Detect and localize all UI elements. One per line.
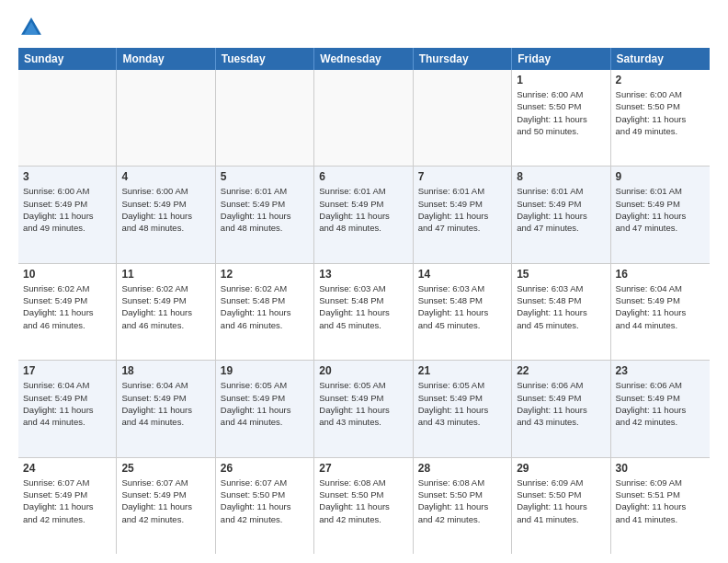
- calendar-cell-5-7: 30Sunrise: 6:09 AM Sunset: 5:51 PM Dayli…: [611, 458, 710, 554]
- day-number: 5: [221, 170, 309, 183]
- day-info: Sunrise: 6:00 AM Sunset: 5:50 PM Dayligh…: [616, 88, 705, 137]
- day-number: 19: [221, 364, 309, 377]
- day-info: Sunrise: 6:04 AM Sunset: 5:49 PM Dayligh…: [616, 282, 705, 331]
- day-info: Sunrise: 6:03 AM Sunset: 5:48 PM Dayligh…: [418, 282, 506, 331]
- day-number: 22: [517, 364, 605, 377]
- day-number: 30: [616, 462, 705, 475]
- calendar-cell-1-6: 1Sunrise: 6:00 AM Sunset: 5:50 PM Daylig…: [512, 70, 610, 166]
- day-number: 2: [616, 74, 705, 86]
- day-info: Sunrise: 6:01 AM Sunset: 5:49 PM Dayligh…: [221, 185, 309, 234]
- calendar-cell-2-4: 6Sunrise: 6:01 AM Sunset: 5:49 PM Daylig…: [314, 167, 413, 262]
- calendar-cell-1-7: 2Sunrise: 6:00 AM Sunset: 5:50 PM Daylig…: [611, 70, 710, 166]
- calendar-cell-1-5: [414, 70, 512, 166]
- day-number: 17: [23, 364, 111, 377]
- calendar-cell-4-4: 20Sunrise: 6:05 AM Sunset: 5:49 PM Dayli…: [314, 361, 413, 456]
- calendar-header: SundayMondayTuesdayWednesdayThursdayFrid…: [18, 48, 710, 70]
- day-info: Sunrise: 6:00 AM Sunset: 5:50 PM Dayligh…: [517, 88, 605, 137]
- calendar-week-4: 17Sunrise: 6:04 AM Sunset: 5:49 PM Dayli…: [18, 361, 710, 457]
- calendar-cell-4-1: 17Sunrise: 6:04 AM Sunset: 5:49 PM Dayli…: [18, 361, 117, 456]
- day-info: Sunrise: 6:06 AM Sunset: 5:49 PM Dayligh…: [517, 379, 605, 428]
- day-info: Sunrise: 6:08 AM Sunset: 5:50 PM Dayligh…: [418, 477, 506, 525]
- day-info: Sunrise: 6:08 AM Sunset: 5:50 PM Dayligh…: [319, 477, 407, 525]
- calendar-cell-3-6: 15Sunrise: 6:03 AM Sunset: 5:48 PM Dayli…: [512, 264, 610, 360]
- calendar-body: 1Sunrise: 6:00 AM Sunset: 5:50 PM Daylig…: [18, 70, 710, 554]
- calendar-cell-3-3: 12Sunrise: 6:02 AM Sunset: 5:48 PM Dayli…: [216, 264, 314, 360]
- day-number: 25: [121, 462, 210, 475]
- day-number: 9: [616, 170, 705, 183]
- day-number: 24: [23, 462, 111, 475]
- calendar-cell-5-6: 29Sunrise: 6:09 AM Sunset: 5:50 PM Dayli…: [512, 458, 610, 554]
- day-info: Sunrise: 6:03 AM Sunset: 5:48 PM Dayligh…: [319, 282, 407, 331]
- calendar-cell-5-3: 26Sunrise: 6:07 AM Sunset: 5:50 PM Dayli…: [216, 458, 314, 554]
- header-day-wednesday: Wednesday: [314, 48, 413, 70]
- day-info: Sunrise: 6:01 AM Sunset: 5:49 PM Dayligh…: [319, 185, 407, 234]
- calendar-cell-2-5: 7Sunrise: 6:01 AM Sunset: 5:49 PM Daylig…: [414, 167, 512, 262]
- day-number: 26: [221, 462, 309, 475]
- day-number: 6: [319, 170, 407, 183]
- day-number: 7: [418, 170, 506, 183]
- header-day-monday: Monday: [117, 48, 215, 70]
- day-number: 11: [121, 268, 210, 281]
- calendar-cell-4-6: 22Sunrise: 6:06 AM Sunset: 5:49 PM Dayli…: [512, 361, 610, 456]
- calendar-cell-4-7: 23Sunrise: 6:06 AM Sunset: 5:49 PM Dayli…: [611, 361, 710, 456]
- calendar-cell-3-2: 11Sunrise: 6:02 AM Sunset: 5:49 PM Dayli…: [117, 264, 215, 360]
- day-number: 15: [517, 268, 605, 281]
- day-info: Sunrise: 6:02 AM Sunset: 5:48 PM Dayligh…: [221, 282, 309, 331]
- calendar-cell-1-1: [18, 70, 117, 166]
- day-info: Sunrise: 6:01 AM Sunset: 5:49 PM Dayligh…: [418, 185, 506, 234]
- header-day-sunday: Sunday: [18, 48, 117, 70]
- calendar-cell-5-4: 27Sunrise: 6:08 AM Sunset: 5:50 PM Dayli…: [314, 458, 413, 554]
- calendar-cell-2-3: 5Sunrise: 6:01 AM Sunset: 5:49 PM Daylig…: [216, 167, 314, 262]
- day-info: Sunrise: 6:06 AM Sunset: 5:49 PM Dayligh…: [616, 379, 705, 428]
- calendar-week-3: 10Sunrise: 6:02 AM Sunset: 5:49 PM Dayli…: [18, 264, 710, 361]
- day-info: Sunrise: 6:05 AM Sunset: 5:49 PM Dayligh…: [221, 379, 309, 428]
- calendar-cell-3-4: 13Sunrise: 6:03 AM Sunset: 5:48 PM Dayli…: [314, 264, 413, 360]
- day-info: Sunrise: 6:07 AM Sunset: 5:49 PM Dayligh…: [23, 477, 111, 525]
- day-info: Sunrise: 6:01 AM Sunset: 5:49 PM Dayligh…: [517, 185, 605, 234]
- day-number: 3: [23, 170, 111, 183]
- day-info: Sunrise: 6:09 AM Sunset: 5:50 PM Dayligh…: [517, 477, 605, 525]
- day-info: Sunrise: 6:00 AM Sunset: 5:49 PM Dayligh…: [121, 185, 210, 234]
- day-number: 29: [517, 462, 605, 475]
- day-number: 23: [616, 364, 705, 377]
- day-number: 27: [319, 462, 407, 475]
- day-info: Sunrise: 6:09 AM Sunset: 5:51 PM Dayligh…: [616, 477, 705, 525]
- calendar-cell-5-2: 25Sunrise: 6:07 AM Sunset: 5:49 PM Dayli…: [117, 458, 215, 554]
- day-info: Sunrise: 6:07 AM Sunset: 5:49 PM Dayligh…: [121, 477, 210, 525]
- day-info: Sunrise: 6:02 AM Sunset: 5:49 PM Dayligh…: [121, 282, 210, 331]
- calendar-week-2: 3Sunrise: 6:00 AM Sunset: 5:49 PM Daylig…: [18, 167, 710, 263]
- day-number: 8: [517, 170, 605, 183]
- day-info: Sunrise: 6:04 AM Sunset: 5:49 PM Dayligh…: [121, 379, 210, 428]
- calendar-week-1: 1Sunrise: 6:00 AM Sunset: 5:50 PM Daylig…: [18, 70, 710, 167]
- calendar-cell-5-5: 28Sunrise: 6:08 AM Sunset: 5:50 PM Dayli…: [414, 458, 512, 554]
- calendar-cell-3-5: 14Sunrise: 6:03 AM Sunset: 5:48 PM Dayli…: [414, 264, 512, 360]
- logo-icon: [18, 15, 44, 40]
- day-number: 21: [418, 364, 506, 377]
- calendar-week-5: 24Sunrise: 6:07 AM Sunset: 5:49 PM Dayli…: [18, 458, 710, 554]
- logo: [18, 15, 48, 40]
- day-info: Sunrise: 6:04 AM Sunset: 5:49 PM Dayligh…: [23, 379, 111, 428]
- day-number: 13: [319, 268, 407, 281]
- day-info: Sunrise: 6:00 AM Sunset: 5:49 PM Dayligh…: [23, 185, 111, 234]
- header-day-saturday: Saturday: [611, 48, 710, 70]
- header-day-friday: Friday: [512, 48, 610, 70]
- calendar-cell-3-7: 16Sunrise: 6:04 AM Sunset: 5:49 PM Dayli…: [611, 264, 710, 360]
- day-info: Sunrise: 6:03 AM Sunset: 5:48 PM Dayligh…: [517, 282, 605, 331]
- calendar-cell-2-7: 9Sunrise: 6:01 AM Sunset: 5:49 PM Daylig…: [611, 167, 710, 262]
- day-number: 1: [517, 74, 605, 86]
- calendar-cell-2-6: 8Sunrise: 6:01 AM Sunset: 5:49 PM Daylig…: [512, 167, 610, 262]
- calendar-cell-2-2: 4Sunrise: 6:00 AM Sunset: 5:49 PM Daylig…: [117, 167, 215, 262]
- day-number: 16: [616, 268, 705, 281]
- day-number: 18: [121, 364, 210, 377]
- header-day-thursday: Thursday: [414, 48, 512, 70]
- calendar-cell-1-2: [117, 70, 215, 166]
- header: [18, 15, 710, 40]
- day-info: Sunrise: 6:05 AM Sunset: 5:49 PM Dayligh…: [319, 379, 407, 428]
- day-info: Sunrise: 6:01 AM Sunset: 5:49 PM Dayligh…: [616, 185, 705, 234]
- calendar: SundayMondayTuesdayWednesdayThursdayFrid…: [18, 48, 710, 554]
- day-number: 14: [418, 268, 506, 281]
- day-number: 28: [418, 462, 506, 475]
- calendar-cell-2-1: 3Sunrise: 6:00 AM Sunset: 5:49 PM Daylig…: [18, 167, 117, 262]
- calendar-cell-1-3: [216, 70, 314, 166]
- header-day-tuesday: Tuesday: [216, 48, 314, 70]
